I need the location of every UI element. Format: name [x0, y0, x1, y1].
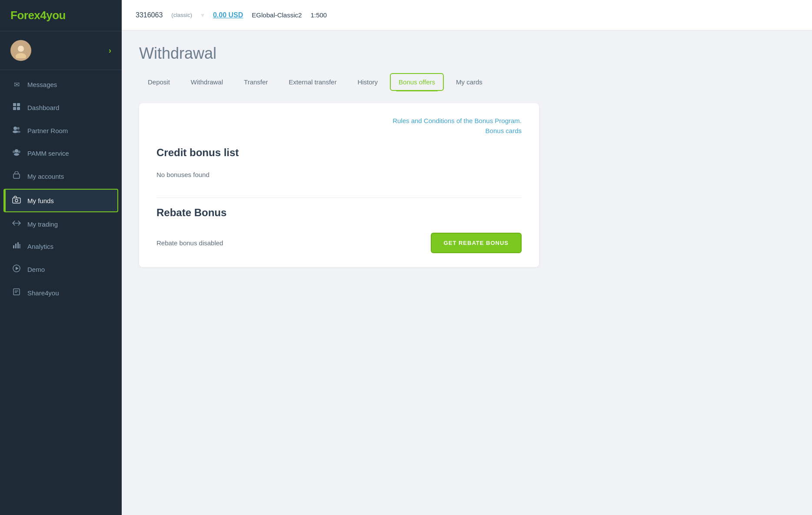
analytics-icon: [12, 242, 21, 251]
sidebar-item-label: Demo: [27, 266, 45, 273]
rebate-bonus-title: Rebate Bonus: [156, 207, 522, 219]
sidebar-item-label: My accounts: [27, 173, 64, 180]
pamm-icon: [12, 149, 21, 157]
svg-rect-5: [17, 107, 20, 110]
credit-bonus-title: Credit bonus list: [156, 147, 522, 159]
tab-withdrawal[interactable]: Withdrawal: [182, 73, 232, 91]
svg-point-16: [15, 199, 18, 202]
sidebar-item-my-trading[interactable]: My trading: [0, 213, 122, 235]
svg-rect-19: [17, 242, 19, 248]
tab-transfer[interactable]: Transfer: [235, 73, 276, 91]
main-content: 3316063 (classic) ▾ 0.00 USD EGlobal-Cla…: [122, 0, 812, 515]
sidebar-item-demo[interactable]: Demo: [0, 258, 122, 281]
tab-bar: Deposit Withdrawal Transfer External tra…: [139, 73, 795, 91]
get-rebate-bonus-button[interactable]: GET REBATE BONUS: [431, 233, 522, 253]
logo-text-accent: 4you: [40, 9, 66, 22]
svg-rect-18: [15, 244, 17, 248]
bonus-content-card: Rules and Conditions of the Bonus Progra…: [139, 103, 539, 267]
profile-expand-icon[interactable]: ›: [109, 46, 111, 55]
logo: Forex4you: [0, 0, 122, 31]
sidebar-item-my-funds[interactable]: My funds: [3, 189, 118, 212]
share4you-icon: [12, 288, 21, 298]
svg-point-9: [17, 131, 20, 133]
sidebar-item-label: Analytics: [27, 243, 53, 250]
sidebar-nav: ✉ Messages Dashboard Partner Room PAMM s…: [0, 70, 122, 515]
account-type: (classic): [171, 12, 192, 18]
svg-rect-23: [13, 289, 20, 295]
tab-deposit[interactable]: Deposit: [139, 73, 179, 91]
page-title: Withdrawal: [139, 44, 795, 63]
account-server: EGlobal-Classic2: [252, 11, 302, 19]
bonus-links: Rules and Conditions of the Bonus Progra…: [156, 117, 522, 134]
tab-my-cards[interactable]: My cards: [447, 73, 491, 91]
tab-history[interactable]: History: [349, 73, 386, 91]
sidebar-item-label: My funds: [27, 197, 54, 204]
svg-point-6: [13, 127, 17, 130]
sidebar-item-label: Messages: [27, 81, 57, 88]
sidebar-item-label: Dashboard: [27, 104, 59, 111]
sidebar-item-pamm[interactable]: PAMM service: [0, 142, 122, 164]
sidebar-item-dashboard[interactable]: Dashboard: [0, 96, 122, 119]
svg-rect-15: [13, 198, 20, 203]
svg-rect-14: [13, 174, 20, 178]
partner-room-icon: [12, 126, 21, 135]
svg-point-1: [16, 53, 26, 58]
dashboard-icon: [12, 103, 21, 112]
sidebar-item-share4you[interactable]: Share4you: [0, 281, 122, 304]
section-divider: [156, 197, 522, 198]
svg-point-12: [18, 150, 20, 153]
messages-icon: ✉: [12, 80, 21, 89]
rebate-bonus-section: Rebate Bonus Rebate bonus disabled GET R…: [156, 207, 522, 253]
sidebar: Forex4you › ✉ Messages Dashboard Partner…: [0, 0, 122, 515]
svg-point-7: [17, 127, 20, 130]
rebate-row: Rebate bonus disabled GET REBATE BONUS: [156, 227, 522, 253]
sidebar-item-partner-room[interactable]: Partner Room: [0, 119, 122, 142]
svg-rect-17: [13, 245, 14, 248]
rules-link[interactable]: Rules and Conditions of the Bonus Progra…: [393, 117, 522, 124]
svg-rect-2: [13, 103, 16, 106]
topbar: 3316063 (classic) ▾ 0.00 USD EGlobal-Cla…: [122, 0, 812, 30]
svg-rect-3: [17, 103, 20, 106]
sidebar-item-label: PAMM service: [27, 150, 69, 157]
sidebar-item-label: Partner Room: [27, 127, 68, 134]
logo-text-plain: Forex: [10, 9, 40, 22]
avatar: [10, 40, 31, 61]
tab-bonus-offers[interactable]: Bonus offers: [390, 73, 444, 91]
svg-point-13: [14, 153, 19, 156]
tab-external-transfer[interactable]: External transfer: [280, 73, 345, 91]
svg-rect-20: [19, 244, 20, 248]
my-accounts-icon: [12, 171, 21, 181]
sidebar-item-label: My trading: [27, 221, 58, 228]
account-id: 3316063: [136, 11, 163, 19]
cards-link[interactable]: Bonus cards: [486, 127, 522, 134]
sidebar-item-messages[interactable]: ✉ Messages: [0, 74, 122, 96]
my-trading-icon: [12, 220, 21, 228]
svg-point-0: [18, 46, 24, 52]
topbar-separator: ▾: [201, 11, 204, 19]
sidebar-item-analytics[interactable]: Analytics: [0, 235, 122, 258]
credit-bonus-section: Credit bonus list No bonuses found: [156, 147, 522, 189]
content-area: Withdrawal Deposit Withdrawal Transfer E…: [122, 30, 812, 515]
no-bonuses-text: No bonuses found: [156, 167, 522, 189]
sidebar-profile[interactable]: ›: [0, 31, 122, 70]
sidebar-item-label: Share4you: [27, 289, 59, 297]
svg-point-10: [15, 149, 18, 153]
my-funds-icon: [12, 196, 21, 205]
sidebar-item-my-accounts[interactable]: My accounts: [0, 164, 122, 188]
svg-point-11: [13, 150, 15, 153]
account-leverage: 1:500: [310, 11, 327, 19]
svg-marker-22: [16, 267, 19, 270]
rebate-disabled-text: Rebate bonus disabled: [156, 239, 223, 247]
demo-icon: [12, 264, 21, 274]
svg-rect-4: [13, 107, 16, 110]
account-balance[interactable]: 0.00 USD: [213, 11, 243, 19]
